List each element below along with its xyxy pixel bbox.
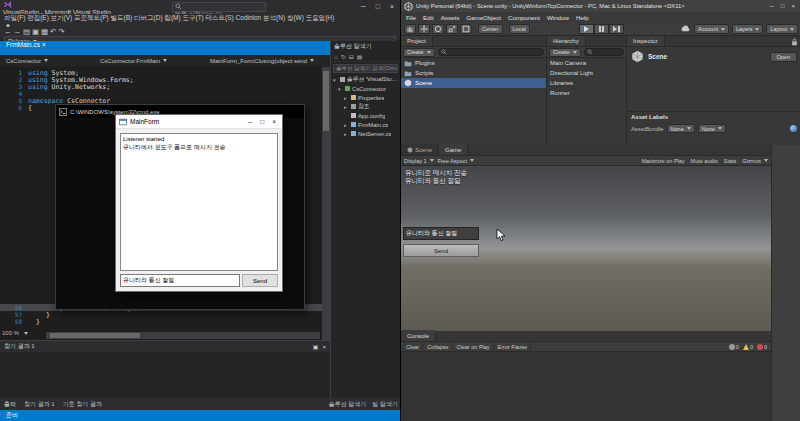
menu-project[interactable]: 프로젝트(P) [74,14,109,21]
close-icon[interactable]: × [42,41,46,48]
undo-icon[interactable]: ↶ [50,27,56,36]
tab-inspector[interactable]: Inspector [627,36,665,46]
mute-audio-toggle[interactable]: Mute audio [691,158,718,164]
menu-build[interactable]: 빌드(B) [111,14,133,21]
solution-search-input[interactable]: 솔루션 탐색기 검색(Ctrl+;) [333,64,398,73]
mainform-close-button[interactable]: × [269,118,279,125]
menu-view[interactable]: 보기(V) [51,14,73,21]
type-dropdown[interactable]: CsConnector.FrmMain [96,56,204,66]
mainform-window[interactable]: MainForm ─ □ × Listener started 유니티에서 윈도… [115,114,283,292]
clear-on-play-button[interactable]: Clear on Play [454,342,494,352]
menu-team[interactable]: 팀(M) [164,14,180,21]
game-message-input[interactable]: 유니티와 통신 잘됨 [403,227,479,240]
tab-console[interactable]: Console [401,330,436,341]
menu-assets[interactable]: Assets [441,14,460,21]
menu-help[interactable]: Help [576,14,589,21]
refresh-icon[interactable]: ↻ [341,53,346,60]
stats-toggle[interactable]: Stats [724,158,737,164]
tab-scene[interactable]: Scene [401,144,439,155]
scrollbar-thumb[interactable] [323,71,329,131]
message-input[interactable] [120,274,240,287]
project-search-input[interactable] [438,48,544,56]
menu-test[interactable]: 테스트(S) [206,14,234,21]
zoom-control[interactable]: 100 % [2,330,28,339]
hierarchy-create-button[interactable]: Create [549,48,581,57]
mainform-maximize-button[interactable]: □ [257,118,267,125]
vs-minimize-button[interactable]: ─ [357,3,370,10]
tree-item-solution[interactable]: ▾ 솔루션 'VisualStudio' (2개 프로젝트) [331,75,400,84]
info-count[interactable]: 0 [729,344,739,350]
tree-item-netserver[interactable]: ▸ NetServer.cs [331,129,400,138]
scale-tool-icon[interactable] [446,24,458,34]
console-log-area[interactable] [401,352,771,421]
home-icon[interactable]: ⌂ [334,54,338,60]
maximize-on-play-toggle[interactable]: Maximize on Play [641,158,684,164]
tab-hierarchy[interactable]: Hierarchy [547,36,586,46]
send-button[interactable]: Send [242,274,278,287]
layout-dropdown[interactable]: Layout [766,24,798,34]
project-item-scripts[interactable]: Scripts [401,68,546,78]
open-button[interactable]: Open [770,52,797,62]
game-viewport[interactable]: 유니티로 메시지 전송 유니티와 통신 잘됨 유니티와 통신 잘됨 Send [401,166,771,331]
menu-file[interactable]: File [406,14,416,21]
hierarchy-item-directional-light[interactable]: Directional Light [547,68,626,78]
tab-find-results[interactable]: 찾기 결과 1 [24,400,55,409]
vs-close-button[interactable]: × [386,3,398,10]
menu-gameobject[interactable]: GameObject [466,14,501,21]
tab-game[interactable]: Game [439,144,468,155]
assetbundle-variant-dropdown[interactable]: None [698,124,726,133]
tree-item-appconfig[interactable]: App.config [331,111,400,120]
tree-item-frmmain[interactable]: ▸ FrmMain.cs [331,120,400,129]
collapse-button[interactable]: Collapse [424,342,452,352]
save-icon[interactable]: ▦ [41,27,48,36]
menu-window[interactable]: Window [547,14,569,21]
assetbundle-dropdown[interactable]: None [667,124,695,133]
layers-dropdown[interactable]: Layers [732,24,764,34]
tab-solution-explorer[interactable]: 솔루션 탐색기 [329,400,367,409]
menu-edit[interactable]: Edit [423,14,434,21]
member-dropdown[interactable]: MainForm_FormClosing(object send [206,56,328,66]
project-dropdown[interactable]: CsConnector [2,56,94,66]
pivot-toggle-button[interactable]: Center [478,24,503,34]
menu-tools[interactable]: 도구(T) [182,14,203,21]
hierarchy-item-runner[interactable]: Runner [547,88,626,98]
menu-help[interactable]: 도움말(H) [306,14,335,21]
game-send-button[interactable]: Send [403,244,479,257]
asset-label-icon[interactable] [790,125,797,132]
mainform-minimize-button[interactable]: ─ [245,118,256,125]
step-button[interactable] [609,24,624,34]
scrollbar-thumb[interactable] [50,333,140,338]
hierarchy-item-libraries[interactable]: Libraries [547,78,626,88]
play-button[interactable] [579,24,594,34]
space-toggle-button[interactable]: Local [509,24,530,34]
tab-frmmain[interactable]: FrmMain.cs × [0,41,330,55]
find-results-body[interactable] [0,352,330,398]
error-count[interactable]: 0 [757,344,767,350]
tab-symbol-results[interactable]: 기호 찾기 결과 [63,400,102,409]
quick-launch-input[interactable]: 빠른 실행(Ctrl+Q) [172,2,266,12]
pause-button[interactable] [594,24,609,34]
tab-output[interactable]: 출력 [4,400,16,409]
tab-project[interactable]: Project [401,36,433,46]
horizontal-scrollbar[interactable] [46,332,320,339]
vertical-scrollbar[interactable] [322,67,330,340]
collapse-all-icon[interactable]: ⊟ [349,53,354,60]
collab-cloud-icon[interactable] [680,25,691,33]
tree-item-references[interactable]: ▸ 참조 [331,102,400,111]
warning-count[interactable]: 0 [743,344,753,350]
redo-icon[interactable]: ↷ [58,27,64,36]
error-pause-button[interactable]: Error Pause [495,342,531,352]
menu-window[interactable]: 창(W) [287,14,304,21]
open-file-icon[interactable]: ▣ [32,27,39,36]
vs-maximize-button[interactable]: □ [372,3,384,10]
mainform-titlebar[interactable]: MainForm ─ □ × [116,115,282,129]
menu-codinion[interactable]: Codinion [236,14,262,21]
close-icon[interactable]: × [322,344,326,350]
forward-icon[interactable]: → [13,27,21,36]
new-file-icon[interactable]: ▤ [23,27,30,36]
rect-tool-icon[interactable] [460,24,472,34]
menu-file[interactable]: 파일(F) [4,14,25,21]
pin-icon[interactable]: ▣ [313,343,319,350]
move-tool-icon[interactable] [418,24,430,34]
unity-maximize-button[interactable]: □ [778,3,788,9]
